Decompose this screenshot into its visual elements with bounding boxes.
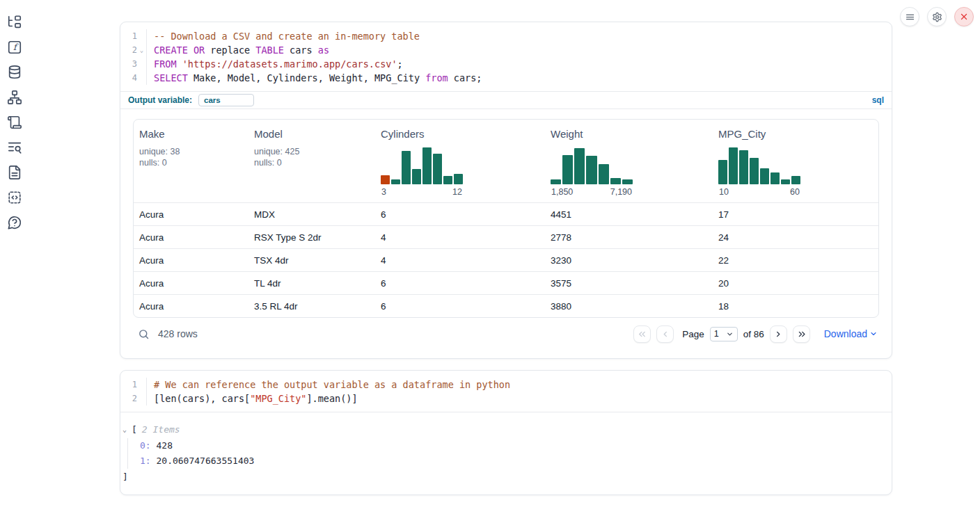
python-cell: 1# We can reference the output variable …	[120, 370, 892, 495]
line-number: 3	[120, 57, 147, 71]
column-title: Make	[139, 128, 243, 140]
previous-page-button[interactable]	[656, 325, 674, 343]
column-header-make[interactable]: Makeunique: 38nulls: 0	[134, 120, 248, 202]
table-cell: TL 4dr	[248, 278, 375, 289]
line-number: 2⌄	[120, 43, 147, 57]
page-select[interactable]: 1	[710, 327, 738, 341]
table-cell: 3.5 RL 4dr	[248, 301, 375, 312]
snippets-icon[interactable]	[6, 189, 23, 206]
dependency-graph-icon[interactable]	[6, 89, 23, 106]
item-value: 428	[156, 440, 172, 451]
table-body: AcuraMDX6445117AcuraRSX Type S 2dr427782…	[134, 202, 878, 317]
item-key: 1:	[140, 456, 151, 466]
column-stats: unique: 38nulls: 0	[139, 146, 243, 168]
histogram-bar	[586, 156, 596, 184]
histogram-bar	[750, 158, 759, 185]
table-cell: 6	[375, 209, 545, 220]
file-explorer-icon[interactable]	[6, 14, 23, 31]
pagination: Page 1 of 86	[633, 325, 878, 343]
notebook-actions	[900, 7, 974, 26]
column-header-weight[interactable]: Weight1,8507,190	[545, 120, 713, 202]
helper-sidebar: f	[6, 14, 23, 231]
column-histogram[interactable]: 1060	[718, 146, 800, 197]
line-number: 4	[120, 71, 147, 85]
page-label: Page	[682, 329, 704, 339]
column-header-mpg_city[interactable]: MPG_City1060	[713, 120, 878, 202]
histogram-bars	[551, 146, 633, 184]
code-line[interactable]: 2⌄CREATE OR replace TABLE cars as	[120, 43, 892, 57]
last-page-button[interactable]	[793, 325, 810, 343]
histogram-bar	[610, 178, 621, 184]
histogram-bar	[412, 169, 421, 184]
table-row: AcuraTL 4dr6357520	[134, 271, 878, 294]
histogram-bar	[760, 168, 769, 184]
tree-root: ⌄ [ 2 Items	[122, 422, 892, 436]
column-title: Weight	[551, 128, 707, 140]
next-page-button[interactable]	[770, 325, 787, 343]
code-line[interactable]: 1-- Download a CSV and create an in-memo…	[120, 29, 892, 43]
table-cell: 3230	[545, 255, 713, 266]
item-value: 20.060747663551403	[156, 456, 254, 466]
histogram-bar	[770, 172, 780, 184]
histogram-bar	[574, 148, 585, 184]
shutdown-button[interactable]	[954, 7, 974, 26]
python-code-editor[interactable]: 1# We can reference the output variable …	[120, 371, 892, 412]
code-line[interactable]: 1# We can reference the output variable …	[120, 378, 892, 392]
scratchpad-icon[interactable]	[6, 114, 23, 131]
code-line[interactable]: 3FROM 'https://datasets.marimo.app/cars.…	[120, 57, 892, 71]
settings-button[interactable]	[927, 7, 947, 26]
sql-cell: 1-- Download a CSV and create an in-memo…	[120, 22, 892, 359]
histogram-bar	[381, 175, 390, 184]
column-title: MPG_City	[718, 128, 873, 140]
histogram-bar	[739, 150, 748, 185]
download-button[interactable]: Download	[824, 328, 878, 339]
open-bracket: [	[132, 424, 137, 435]
output-variable-label: Output variable:	[128, 95, 192, 105]
fold-chevron-icon[interactable]: ⌄	[137, 43, 146, 57]
download-label: Download	[824, 328, 867, 339]
histogram-bar	[791, 176, 800, 184]
histogram-bar	[718, 160, 727, 184]
close-bracket: ]	[122, 470, 892, 484]
column-header-model[interactable]: Modelunique: 425nulls: 0	[248, 120, 375, 202]
histogram-bar	[402, 151, 411, 184]
sql-code-editor[interactable]: 1-- Download a CSV and create an in-memo…	[120, 22, 892, 91]
output-variable-input[interactable]	[198, 94, 254, 106]
table-cell: RSX Type S 2dr	[248, 232, 375, 243]
histogram-axis-labels: 1060	[718, 187, 800, 197]
code-text: -- Download a CSV and create an in-memor…	[147, 29, 420, 43]
code-line[interactable]: 2[len(cars), cars["MPG_City"].mean()]	[120, 392, 892, 405]
table-cell: Acura	[134, 278, 248, 289]
menu-button[interactable]	[900, 7, 919, 26]
column-title: Cylinders	[381, 128, 539, 140]
table-cell: 20	[713, 278, 878, 289]
column-title: Model	[254, 128, 370, 140]
help-icon[interactable]	[6, 214, 23, 231]
histogram-bar	[443, 176, 452, 184]
code-line[interactable]: 4SELECT Make, Model, Cylinders, Weight, …	[120, 71, 892, 85]
search-icon[interactable]	[138, 328, 150, 340]
table-footer: 428 rows Page 1	[133, 318, 879, 350]
first-page-button[interactable]	[633, 325, 651, 343]
column-histogram[interactable]: 1,8507,190	[551, 146, 633, 197]
logs-search-icon[interactable]	[6, 139, 23, 156]
histogram-bar	[599, 164, 609, 184]
functions-icon[interactable]: f	[6, 39, 23, 56]
table-cell: Acura	[134, 255, 248, 266]
column-histogram[interactable]: 312	[381, 146, 463, 197]
histogram-bar	[454, 174, 463, 184]
table-cell: 4	[375, 232, 545, 243]
language-badge[interactable]: sql	[872, 95, 884, 105]
column-header-cylinders[interactable]: Cylinders312	[375, 120, 545, 202]
table-cell: 3575	[545, 278, 713, 289]
histogram-axis-labels: 312	[381, 187, 463, 197]
table-cell: Acura	[134, 209, 248, 220]
code-text: # We can reference the output variable a…	[147, 378, 510, 392]
documentation-icon[interactable]	[6, 164, 23, 181]
histogram-bar	[391, 179, 400, 184]
data-sources-icon[interactable]	[6, 64, 23, 81]
histogram-bar	[433, 154, 442, 184]
table-cell: 4	[375, 255, 545, 266]
collapse-chevron-icon[interactable]: ⌄	[122, 426, 132, 433]
data-table: Makeunique: 38nulls: 0Modelunique: 425nu…	[133, 119, 879, 318]
